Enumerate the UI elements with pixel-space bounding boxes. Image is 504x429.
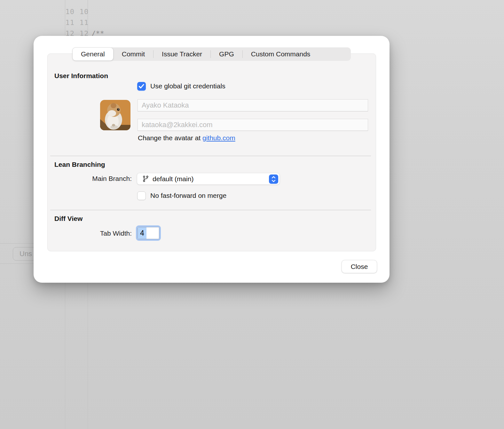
app-window: 10 10 11 11 /** 12 12 * initialize admin… — [0, 0, 504, 429]
tab-commit[interactable]: Commit — [114, 47, 153, 61]
tab-custom-commands[interactable]: Custom Commands — [243, 47, 319, 61]
close-button[interactable]: Close — [342, 260, 377, 273]
section-divider — [50, 156, 371, 156]
avatar[interactable] — [100, 100, 130, 130]
code-line: 11 11 /** — [0, 6, 504, 17]
section-title-user-information: User Information — [54, 72, 108, 80]
main-branch-label: Main Branch: — [54, 175, 132, 182]
tab-width-selected-text: 4 — [138, 227, 146, 239]
dropdown-stepper-icon — [269, 174, 278, 184]
section-title-lean-branching: Lean Branching — [54, 161, 105, 168]
git-branch-icon — [142, 175, 149, 182]
no-fast-forward-label: No fast-forward on merge — [150, 192, 226, 199]
avatar-hint: Change the avatar at github.com — [138, 134, 235, 142]
tab-general[interactable]: General — [73, 48, 113, 61]
code-line: 12 12 * initialize admin — [0, 17, 504, 28]
use-global-credentials-label: Use global git credentials — [150, 82, 225, 90]
tab-width-input[interactable]: 4 — [136, 225, 161, 241]
section-title-diff-view: Diff View — [54, 215, 83, 223]
tab-gpg[interactable]: GPG — [211, 47, 242, 61]
user-name-input[interactable] — [138, 99, 368, 111]
settings-dialog: General Commit Issue Tracker GPG Custom … — [34, 36, 390, 283]
github-link[interactable]: github.com — [202, 134, 235, 142]
user-email-input[interactable] — [138, 119, 368, 131]
checkmark-icon — [138, 84, 145, 89]
tab-width-label: Tab Width: — [54, 230, 132, 237]
main-branch-value: default (main) — [153, 175, 193, 183]
tab-issue-tracker[interactable]: Issue Tracker — [154, 47, 210, 61]
use-global-credentials-checkbox[interactable] — [137, 82, 146, 91]
settings-tabbar: General Commit Issue Tracker GPG Custom … — [72, 47, 351, 61]
section-divider — [50, 210, 371, 210]
no-fast-forward-checkbox[interactable] — [137, 191, 146, 200]
hamster-avatar-image — [100, 100, 130, 130]
code-line: 10 10 — [0, 0, 504, 6]
main-branch-dropdown[interactable]: default (main) — [137, 173, 280, 185]
